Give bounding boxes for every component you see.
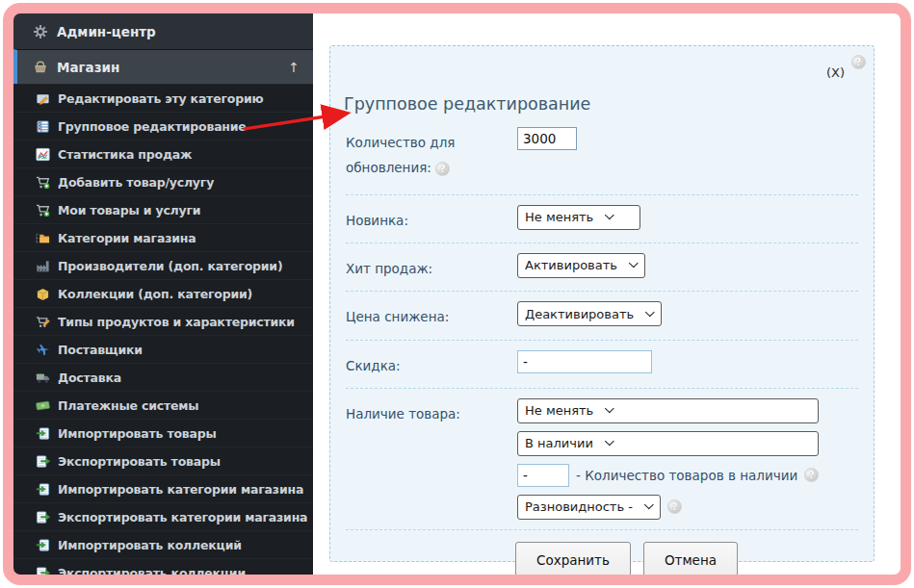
sidebar-item-payment-systems[interactable]: Платежные системы xyxy=(13,391,313,419)
help-icon[interactable]: ? xyxy=(435,162,450,176)
price-reduced-select[interactable]: Деактивировать xyxy=(517,301,662,326)
my-products-icon xyxy=(36,203,50,217)
help-icon[interactable]: ? xyxy=(667,499,682,514)
basket-icon xyxy=(33,60,48,75)
add-product-icon xyxy=(36,175,50,190)
product-types-icon xyxy=(36,315,50,329)
panel-header: (X) ? Групповое редактирование xyxy=(344,46,860,119)
sidebar-item-export-collections[interactable]: Экспортировать коллекции xyxy=(13,558,313,575)
sidebar-item-group-edit[interactable]: Групповое редактирование xyxy=(13,112,313,140)
sidebar-item-shop-categories[interactable]: Категории магазина xyxy=(13,223,313,251)
collections-icon xyxy=(36,287,50,301)
help-icon[interactable]: ? xyxy=(851,55,866,69)
page-title: Групповое редактирование xyxy=(344,94,590,114)
chevron-down-icon xyxy=(644,500,654,510)
group-edit-panel: (X) ? Групповое редактирование Количеств… xyxy=(329,45,875,562)
quantity-input[interactable] xyxy=(517,127,577,150)
group-edit-icon xyxy=(36,119,50,134)
sidebar-item-export-products[interactable]: Экспортировать товары xyxy=(13,447,313,474)
suppliers-icon xyxy=(36,343,50,357)
sidebar-item-admin-center[interactable]: Админ-центр xyxy=(13,13,313,49)
novelty-label: Новинка: xyxy=(346,205,517,233)
quantity-label: Количество для обновления: ? xyxy=(346,127,517,181)
availability-quantity-note: - Количество товаров в наличии xyxy=(576,468,797,483)
sidebar-item-shop[interactable]: Магазин ↑ xyxy=(13,49,313,84)
sidebar-item-add-product[interactable]: Добавить товар/услугу xyxy=(13,167,313,195)
export-icon xyxy=(36,566,50,576)
form-row-quantity: Количество для обновления: ? xyxy=(344,119,860,194)
sidebar-item-label: Админ-центр xyxy=(57,24,156,39)
sidebar-item-manufacturers[interactable]: Производители (доп. категории) xyxy=(13,251,313,279)
sidebar-item-my-products[interactable]: Мои товары и услуги xyxy=(13,195,313,223)
help-icon[interactable]: ? xyxy=(804,468,819,482)
gear-icon xyxy=(33,24,48,39)
sidebar-item-label: Магазин xyxy=(57,60,119,75)
availability-label: Наличие товара: xyxy=(346,398,517,426)
form-row-availability: Наличие товара: Не менять В наличии - Ко… xyxy=(344,389,860,529)
form-row-price-reduced: Цена снижена: Деактивировать xyxy=(344,292,860,339)
export-icon xyxy=(36,510,50,524)
availability-quantity-input[interactable] xyxy=(517,464,569,487)
shop-categories-icon xyxy=(36,231,50,245)
import-icon xyxy=(36,426,50,441)
export-icon xyxy=(36,454,50,469)
discount-input[interactable] xyxy=(517,350,652,373)
form-row-novelty: Новинка: Не менять xyxy=(344,195,860,243)
admin-sidebar: Админ-центр Магазин ↑ Редактировать эту … xyxy=(13,13,313,575)
sidebar-item-import-categories[interactable]: Импортировать категории магазина xyxy=(13,474,313,502)
chevron-down-icon xyxy=(605,211,614,220)
sidebar-item-import-products[interactable]: Импортировать товары xyxy=(13,419,313,447)
availability-mode-select[interactable]: Не менять xyxy=(517,398,819,423)
chevron-down-icon xyxy=(605,437,614,447)
sidebar-item-collections[interactable]: Коллекции (доп. категории) xyxy=(13,279,313,307)
sidebar-item-delivery[interactable]: Доставка xyxy=(13,363,313,391)
form-actions: Сохранить Отмена xyxy=(344,530,860,578)
delivery-icon xyxy=(36,371,50,385)
price-reduced-label: Цена снижена: xyxy=(346,301,517,329)
novelty-select[interactable]: Не менять xyxy=(517,205,640,230)
import-icon xyxy=(36,538,50,552)
chevron-down-icon xyxy=(629,259,639,268)
bestseller-label: Хит продаж: xyxy=(346,253,517,281)
form-row-bestseller: Хит продаж: Активировать xyxy=(344,243,860,291)
sidebar-item-suppliers[interactable]: Поставщики xyxy=(13,335,313,363)
chevron-down-icon xyxy=(605,404,614,414)
availability-variant-select[interactable]: Разновидность - xyxy=(517,495,661,520)
close-button[interactable]: (X) xyxy=(826,65,845,80)
import-icon xyxy=(36,482,50,497)
sidebar-item-product-types[interactable]: Типы продуктов и характеристики xyxy=(13,307,313,335)
bestseller-select[interactable]: Активировать xyxy=(517,253,645,278)
save-button[interactable]: Сохранить xyxy=(515,542,631,578)
sidebar-item-import-collections[interactable]: Импортировать коллекций xyxy=(13,530,313,558)
sidebar-item-edit-category[interactable]: Редактировать эту категорию xyxy=(13,84,313,112)
discount-label: Скидка: xyxy=(346,350,517,378)
availability-stock-select[interactable]: В наличии xyxy=(517,431,819,456)
payment-systems-icon xyxy=(36,398,50,413)
cancel-button[interactable]: Отмена xyxy=(643,542,738,578)
sidebar-item-sales-stats[interactable]: Статистика продаж xyxy=(13,140,313,167)
sales-stats-icon xyxy=(36,147,50,162)
screenshot-stage: Админ-центр Магазин ↑ Редактировать эту … xyxy=(0,0,914,588)
edit-category-icon xyxy=(36,91,50,106)
sidebar-item-export-categories[interactable]: Экспортировать категории магазина xyxy=(13,502,313,530)
form-row-discount: Скидка: xyxy=(344,341,860,388)
collapse-up-icon[interactable]: ↑ xyxy=(288,60,300,75)
manufacturers-icon xyxy=(36,259,50,273)
chevron-down-icon xyxy=(645,307,655,317)
